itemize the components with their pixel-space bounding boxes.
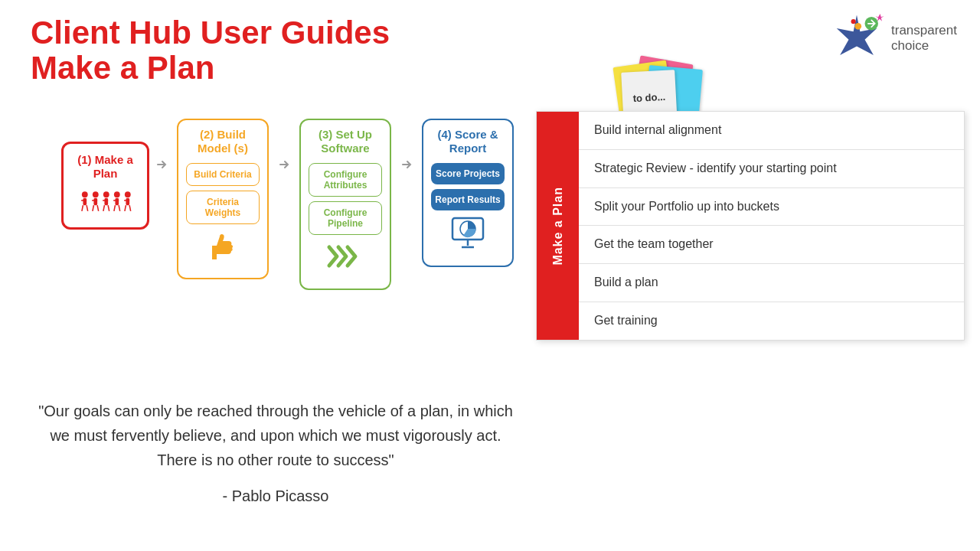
svg-point-18 [113,191,119,197]
step2-box: (2) Build Model (s) Build Criteria Crite… [177,119,269,279]
svg-line-12 [97,205,99,211]
todo-list: Build internal alignmentStrategic Review… [579,112,964,340]
people-icon [76,188,135,218]
logo-area: transparent choice [830,11,957,65]
logo-icon [830,11,884,65]
list-item: Get the team together [579,226,964,264]
svg-point-8 [92,191,98,197]
logo-text: transparent choice [891,23,957,54]
sidebar-text: Make a Plan [551,187,565,266]
thumbs-up-icon [186,230,260,270]
list-item: Build a plan [579,264,964,302]
diagram-area: (1) Make a Plan [61,119,517,290]
chevron-icon [309,241,382,281]
svg-line-21 [113,205,115,211]
step3-title: (3) Set Up Software [309,128,382,155]
svg-line-22 [119,205,120,211]
step4-title: (4) Score & Report [431,128,505,155]
quote-area: "Our goals can only be reached through t… [31,399,521,505]
svg-line-16 [103,205,104,211]
step2-sub1: Build Criteria [186,163,260,186]
step3-sub2: Configure Pipeline [309,201,382,235]
svg-rect-14 [104,198,108,205]
quote-text: "Our goals can only be reached through t… [31,399,521,472]
svg-point-2 [851,19,856,24]
chart-icon [431,217,505,258]
step4-box: (4) Score & Report Score Projects Report… [422,119,514,267]
list-item: Get training [579,302,964,340]
svg-rect-19 [115,198,119,205]
step2-title: (2) Build Model (s) [186,128,260,155]
svg-rect-4 [83,198,87,205]
svg-line-17 [108,205,109,211]
todo-label: to do... [632,91,665,105]
svg-point-23 [124,191,130,197]
header-section: Client Hub User Guides Make a Plan [31,15,390,86]
quote-author: - Pablo Picasso [31,487,521,505]
list-item: Build internal alignment [579,112,964,150]
svg-line-26 [124,205,126,211]
step3-box: (3) Set Up Software Configure Attributes… [299,119,391,290]
step2-sub2: Criteria Weights [186,191,260,224]
svg-point-13 [103,191,109,197]
list-item: Strategic Review - identify your startin… [579,150,964,188]
svg-rect-9 [93,198,97,205]
svg-line-27 [129,205,131,211]
arrow-1 [149,157,174,172]
list-panel: Make a Plan Build internal alignmentStra… [536,111,965,341]
svg-point-3 [81,191,87,197]
step3-sub1: Configure Attributes [309,163,382,197]
svg-line-7 [87,205,88,211]
arrow-3 [394,157,419,172]
step4-sub1: Score Projects [431,163,505,184]
svg-rect-24 [126,198,129,205]
svg-point-1 [854,23,861,30]
list-item: Split your Portfolio up into buckets [579,188,964,227]
sidebar-label: Make a Plan [537,112,579,340]
svg-line-11 [92,205,93,211]
title-line1: Client Hub User Guides [31,15,390,51]
title-line2: Make a Plan [31,51,390,86]
step1-title: (1) Make a Plan [76,153,135,181]
step1-box: (1) Make a Plan [61,142,149,230]
step4-sub2: Report Results [431,189,505,210]
svg-line-6 [81,205,83,211]
arrow-2 [272,157,296,172]
